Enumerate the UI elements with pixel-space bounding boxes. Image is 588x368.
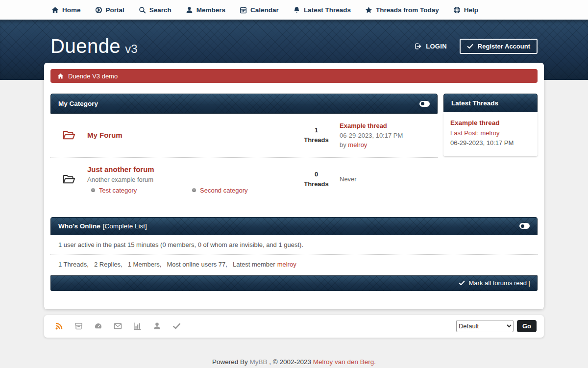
home-icon	[51, 6, 59, 14]
forum-row: Just another forum Another example forum…	[50, 158, 438, 201]
theme-select[interactable]: Default	[456, 320, 514, 332]
folder-open-icon	[62, 130, 75, 141]
nav-item-label: Home	[62, 6, 81, 14]
collapse-toggle-icon[interactable]	[519, 223, 530, 229]
whos-online-active-line: 1 user active in the past 15 minutes (0 …	[50, 235, 538, 255]
breadcrumb[interactable]: Duende V3 demo	[50, 69, 538, 83]
whos-online-title: Who's Online	[58, 222, 100, 230]
mybb-link[interactable]: MyBB	[249, 358, 269, 366]
subforum-link[interactable]: Second category	[192, 187, 293, 194]
nav-item-label: Help	[464, 6, 478, 14]
register-label: Register Account	[478, 43, 530, 50]
forum-link[interactable]: My Forum	[87, 131, 122, 139]
author-link[interactable]: Melroy van den Berg.	[313, 358, 376, 366]
rss-icon[interactable]	[55, 322, 63, 330]
threads-count: 0 Threads	[293, 170, 340, 189]
nav-item-label: Portal	[106, 6, 124, 14]
nav-item-label: Search	[149, 6, 172, 14]
login-button[interactable]: LOGIN	[415, 43, 447, 50]
latest-threads-body: Example thread Last Post: melroy 06-29-2…	[443, 112, 538, 156]
category-panel-header: My Category	[50, 94, 438, 114]
home-icon	[57, 73, 64, 79]
latest-threads-panel-header: Latest Threads	[443, 94, 538, 112]
last-thread-link[interactable]: Example thread	[340, 121, 387, 131]
whos-online-panel: Who's Online [Complete List] 1 user acti…	[50, 217, 538, 291]
powered-by-text: Powered By	[212, 358, 250, 366]
archive-icon[interactable]	[74, 322, 83, 330]
mark-forums-read-button[interactable]: Mark all forums read |	[50, 275, 538, 291]
sign-in-icon	[415, 43, 422, 50]
threads-count: 1 Threads	[293, 125, 340, 145]
nav-item-label: Threads from Today	[376, 6, 439, 14]
last-post-info: Never	[340, 174, 438, 184]
forum-link[interactable]: Just another forum	[87, 165, 154, 173]
site-logo[interactable]: Duende v3	[50, 35, 137, 57]
copyright-text: , © 2002-2023	[269, 358, 313, 366]
main-content-card: Duende V3 demo My Category My Forum 1	[44, 63, 544, 309]
portal-icon	[95, 6, 102, 14]
breadcrumb-label: Duende V3 demo	[68, 73, 118, 80]
last-post-date: 06-29-2023, 10:17 PM	[340, 131, 438, 141]
last-post-author-link[interactable]: melroy	[348, 141, 367, 148]
user-icon[interactable]	[153, 322, 161, 330]
help-icon	[453, 6, 461, 14]
nav-item-calendar[interactable]: Calendar	[240, 6, 279, 14]
nav-item-portal[interactable]: Portal	[95, 6, 124, 14]
login-label: LOGIN	[426, 43, 447, 50]
complete-list-link[interactable]: [Complete List]	[103, 222, 147, 230]
nav-item-label: Calendar	[250, 6, 279, 14]
bar-chart-icon[interactable]	[133, 322, 142, 330]
subforum-bullet-icon	[91, 188, 95, 192]
collapse-toggle-icon[interactable]	[419, 101, 430, 107]
threads-today-icon	[365, 6, 372, 14]
forum-description: Another example forum	[87, 176, 293, 183]
site-footer: Powered By MyBB , © 2002-2023 Melroy van…	[0, 358, 588, 366]
folder-open-icon	[62, 174, 75, 185]
dashboard-icon[interactable]	[94, 322, 102, 330]
subforum-link[interactable]: Test category	[91, 187, 192, 194]
nav-item-label: Latest Threads	[304, 6, 351, 14]
latest-threads-icon	[293, 6, 300, 14]
nav-item-help[interactable]: Help	[453, 6, 478, 14]
latest-thread-author-link[interactable]: Last Post: melroy	[450, 129, 531, 137]
last-post-info: Example thread 06-29-2023, 10:17 PM by m…	[340, 121, 438, 150]
register-account-button[interactable]: Register Account	[460, 39, 538, 54]
latest-thread-date: 06-29-2023, 10:17 PM	[450, 139, 531, 147]
nav-item-latest-threads[interactable]: Latest Threads	[293, 6, 351, 14]
whos-online-header: Who's Online [Complete List]	[50, 217, 538, 235]
nav-item-threads-from-today[interactable]: Threads from Today	[365, 6, 439, 14]
check-icon	[459, 280, 465, 286]
subforum-bullet-icon	[192, 188, 196, 192]
footer-toolbar: Default Go	[44, 315, 544, 338]
board-statistics-line: 1 Threads,2 Replies,1 Members,Most onlin…	[50, 255, 538, 274]
forum-row: My Forum 1 Threads Example thread 06-29-…	[50, 114, 438, 158]
nav-item-label: Members	[196, 6, 225, 14]
check-icon	[467, 43, 473, 49]
nav-item-search[interactable]: Search	[139, 6, 172, 14]
latest-threads-title: Latest Threads	[451, 99, 498, 107]
go-button[interactable]: Go	[517, 320, 537, 332]
nav-item-home[interactable]: Home	[51, 6, 81, 14]
search-icon	[139, 6, 146, 14]
latest-thread-link[interactable]: Example thread	[450, 119, 531, 126]
nav-item-members[interactable]: Members	[186, 6, 225, 14]
check-icon[interactable]	[172, 322, 181, 330]
members-icon	[186, 6, 193, 14]
envelope-icon[interactable]	[114, 322, 122, 330]
category-title: My Category	[58, 100, 98, 107]
logo-version: v3	[125, 42, 137, 56]
top-navigation: Home Portal Search Members Calendar Late…	[0, 0, 588, 20]
calendar-icon	[240, 6, 247, 14]
latest-member-link[interactable]: melroy	[277, 261, 296, 268]
logo-text: Duende	[50, 35, 121, 57]
